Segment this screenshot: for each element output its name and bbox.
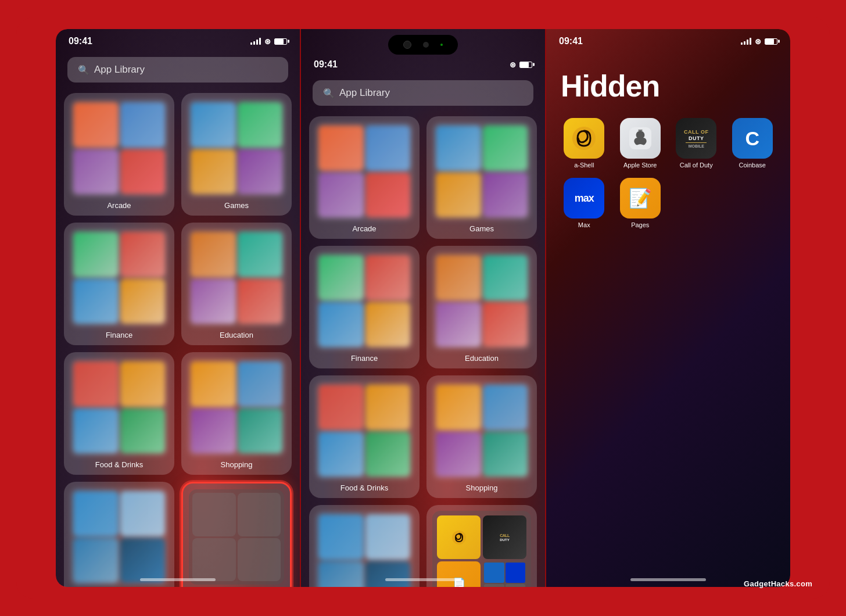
hidden-page-title: Hidden [546, 51, 790, 118]
folder-education-left[interactable]: Education [181, 223, 292, 345]
wifi-icon: ⊛ [264, 37, 271, 46]
mini-cod-icon: CALL DUTY [483, 515, 526, 559]
folder-food-left-label: Food & Drinks [95, 460, 143, 469]
svg-point-0 [452, 531, 466, 545]
folder-food-mid[interactable]: Food & Drinks [309, 375, 420, 498]
app-cod[interactable]: CALL OF DUTY MOBILE Call of Duty [671, 118, 722, 169]
right-home-indicator [630, 578, 706, 581]
folder-finance-mid[interactable]: Finance [309, 246, 420, 368]
left-app-grid: Arcade Games Finance [56, 93, 300, 587]
middle-search-bar[interactable]: 🔍 App Library [313, 80, 533, 106]
folder-games-left[interactable]: Games [181, 93, 292, 216]
middle-time: 09:41 [314, 59, 338, 70]
max-label: Max [578, 221, 590, 228]
apple-store-label: Apple Store [623, 162, 657, 169]
signal-icon [250, 38, 261, 45]
ashell-icon [564, 118, 604, 159]
mini-pages-icon: 📄 [437, 561, 481, 587]
ashell-label: a-Shell [574, 162, 594, 169]
folder-arcade-mid[interactable]: Arcade [309, 116, 420, 239]
folder-education-left-label: Education [220, 331, 253, 339]
app-apple-store[interactable]: Apple Store [615, 118, 666, 169]
middle-search-label: App Library [339, 87, 390, 99]
di-activity-dot [440, 44, 443, 46]
middle-search-icon: 🔍 [323, 88, 335, 99]
folder-education-mid[interactable]: Education [426, 246, 537, 368]
di-camera-icon [423, 42, 429, 48]
folder-finance-left[interactable]: Finance [64, 223, 174, 345]
folder-games-left-label: Games [224, 201, 249, 210]
folder-food-mid-label: Food & Drinks [340, 484, 388, 492]
middle-app-grid: Arcade Games Finance [301, 116, 545, 587]
app-ashell[interactable]: a-Shell [559, 118, 610, 169]
coinbase-icon: C [732, 118, 773, 159]
folder-arcade-left[interactable]: Arcade [64, 93, 174, 216]
pages-icon-el: 📝 [620, 178, 661, 219]
left-search-bar[interactable]: 🔍 App Library [67, 57, 288, 83]
battery-icon [274, 38, 287, 45]
folder-finance-mid-label: Finance [351, 354, 378, 363]
folder-hidden-mid[interactable]: CALL DUTY 📄 Hidden [426, 505, 537, 587]
left-phone-panel: 09:41 ⊛ 🔍 App Library [56, 29, 300, 587]
right-battery-icon [765, 38, 777, 45]
right-signal-icon [741, 38, 751, 45]
max-icon: max [564, 178, 604, 219]
right-time: 09:41 [559, 36, 583, 46]
folder-other-left[interactable]: Other [64, 482, 174, 587]
left-search-label: App Library [94, 64, 145, 76]
middle-status-icons: ⊛ [510, 60, 532, 69]
left-status-bar: 09:41 ⊛ [56, 29, 300, 51]
middle-battery-icon [519, 62, 532, 68]
folder-finance-left-label: Finance [106, 331, 132, 339]
app-coinbase[interactable]: C Coinbase [727, 118, 778, 169]
left-home-indicator [140, 578, 216, 581]
right-phone-panel: 09:41 ⊛ Hidden [546, 29, 790, 587]
middle-home-indicator [385, 578, 461, 581]
app-pages[interactable]: 📝 Pages [615, 178, 666, 228]
folder-arcade-left-label: Arcade [107, 201, 131, 210]
middle-phone-panel: 09:41 ⊛ 🔍 App Library [301, 29, 545, 587]
mini-ashell-icon [437, 515, 481, 559]
di-sensor [403, 41, 411, 49]
mini-multi-icon [483, 561, 526, 587]
coinbase-label: Coinbase [739, 162, 766, 169]
left-status-icons: ⊛ [250, 37, 287, 46]
cod-label: Call of Duty [680, 162, 713, 169]
folder-hidden-left[interactable]: Hidden [181, 482, 292, 587]
folder-other-mid[interactable]: Other [309, 505, 420, 587]
left-time: 09:41 [69, 36, 92, 46]
folder-shopping-mid[interactable]: Shopping [426, 375, 537, 498]
folder-shopping-mid-label: Shopping [466, 484, 498, 492]
app-max[interactable]: max Max [559, 178, 610, 228]
apple-store-icon [620, 118, 661, 159]
dynamic-island [388, 35, 458, 55]
right-status-icons: ⊛ [741, 37, 777, 46]
folder-education-mid-label: Education [465, 354, 499, 363]
hidden-apps-grid: a-Shell Apple Store CALL OF DUTY [546, 118, 790, 228]
folder-games-mid[interactable]: Games [426, 116, 537, 239]
right-status-bar: 09:41 ⊛ [546, 29, 790, 51]
folder-arcade-mid-label: Arcade [352, 224, 376, 233]
folder-shopping-left[interactable]: Shopping [181, 352, 292, 475]
folder-food-left[interactable]: Food & Drinks [64, 352, 174, 475]
middle-wifi-icon: ⊛ [510, 60, 516, 69]
search-icon: 🔍 [78, 65, 89, 76]
pages-label: Pages [631, 221, 649, 228]
right-wifi-icon: ⊛ [755, 37, 761, 46]
folder-games-mid-label: Games [469, 224, 494, 233]
folder-shopping-left-label: Shopping [221, 460, 253, 469]
cod-icon: CALL OF DUTY MOBILE [676, 118, 716, 159]
watermark: GadgetHacks.com [744, 579, 812, 588]
